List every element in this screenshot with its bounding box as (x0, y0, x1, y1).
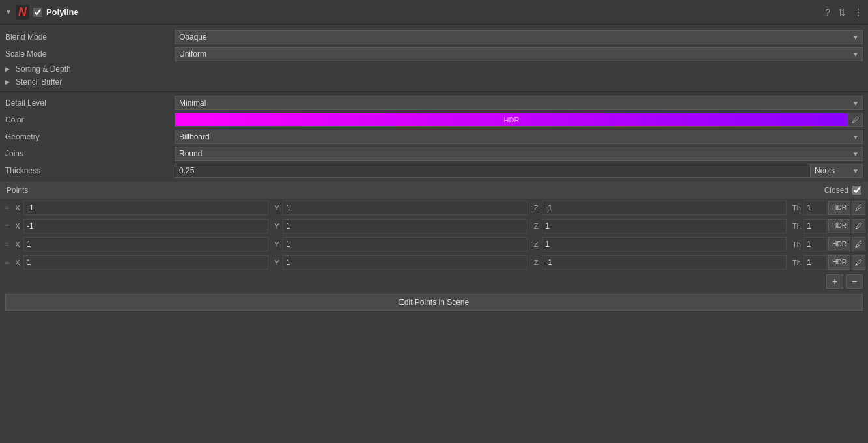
geometry-label: Geometry (5, 132, 175, 141)
z-label-0: Z (531, 204, 540, 212)
color-hdr-label: HDR (504, 116, 520, 124)
add-point-button[interactable]: + (826, 274, 843, 289)
y-label-3: Y (272, 259, 281, 266)
sorting-depth-section[interactable]: ▶ Sorting & Depth (0, 63, 868, 76)
joins-select[interactable]: Round Miter Bevel (175, 147, 863, 161)
points-closed-checkbox[interactable] (852, 186, 861, 195)
point-x-input-0[interactable] (23, 201, 268, 215)
hdr-button-0[interactable]: HDR (828, 201, 850, 215)
points-closed-label: Closed (824, 186, 848, 195)
layout-icon[interactable]: ⇅ (838, 7, 846, 18)
point-eyedropper-button-2[interactable]: 🖊 (852, 237, 865, 251)
geometry-select[interactable]: Billboard Mesh Sprite (175, 130, 863, 144)
point-y-input-2[interactable] (283, 237, 527, 251)
color-value: HDR 🖊 (175, 113, 863, 127)
expand-chevron-icon[interactable]: ▼ (5, 8, 12, 16)
thickness-value: Noots Pixels World ▼ (175, 164, 863, 178)
content-area: Blend Mode Opaque Transparent Additive ▼… (0, 25, 868, 443)
hdr-button-3[interactable]: HDR (828, 255, 850, 270)
drag-handle-icon: ≡ (3, 240, 12, 248)
sorting-depth-arrow-icon: ▶ (5, 66, 13, 72)
blend-mode-dropdown-wrapper: Opaque Transparent Additive ▼ (175, 30, 863, 44)
color-bar[interactable]: HDR (175, 113, 848, 127)
th-label-3: Th (791, 259, 802, 266)
point-rows-container: ≡ X Y Z Th HDR 🖊 ≡ X Y Z Th HDR 🖊 ≡ X (0, 199, 868, 272)
edit-points-button[interactable]: Edit Points in Scene (5, 294, 863, 311)
point-z-input-3[interactable] (542, 255, 787, 270)
detail-level-row: Detail Level Minimal Low Medium High ▼ (0, 94, 868, 111)
scale-mode-value: Uniform Non-Uniform ▼ (175, 47, 863, 61)
point-th-input-1[interactable] (804, 219, 827, 233)
drag-handle-icon: ≡ (3, 259, 12, 266)
scale-mode-select[interactable]: Uniform Non-Uniform (175, 47, 863, 61)
eyedropper-icon: 🖊 (852, 116, 859, 124)
point-eyedropper-button-3[interactable]: 🖊 (852, 255, 865, 270)
logo-icon: N (16, 5, 29, 20)
drag-handle-icon: ≡ (3, 222, 12, 229)
remove-point-button[interactable]: − (846, 274, 863, 289)
hdr-button-2[interactable]: HDR (828, 237, 850, 251)
scale-mode-dropdown-wrapper: Uniform Non-Uniform ▼ (175, 47, 863, 61)
thickness-unit-wrapper: Noots Pixels World ▼ (811, 164, 863, 178)
color-eyedropper-button[interactable]: 🖊 (848, 113, 863, 127)
detail-level-value: Minimal Low Medium High ▼ (175, 96, 863, 110)
point-y-input-0[interactable] (283, 201, 527, 215)
header-icons: ? ⇅ ⋮ (825, 7, 863, 18)
point-y-input-1[interactable] (283, 219, 527, 233)
component-title: Polyline (46, 7, 821, 17)
drag-handle-icon: ≡ (3, 204, 12, 211)
point-row: ≡ X Y Z Th HDR 🖊 (0, 235, 868, 253)
x-label-1: X (13, 222, 22, 230)
thickness-label: Thickness (5, 166, 175, 175)
point-eyedropper-button-1[interactable]: 🖊 (852, 219, 865, 233)
point-th-input-0[interactable] (804, 201, 827, 215)
menu-icon[interactable]: ⋮ (854, 7, 863, 18)
th-label-1: Th (791, 222, 802, 230)
points-section-header: Points Closed (0, 182, 868, 199)
stencil-buffer-arrow-icon: ▶ (5, 79, 13, 85)
x-label-3: X (13, 259, 22, 266)
point-row: ≡ X Y Z Th HDR 🖊 (0, 199, 868, 217)
thickness-unit-select[interactable]: Noots Pixels World (811, 164, 863, 178)
blend-mode-value: Opaque Transparent Additive ▼ (175, 30, 863, 44)
enabled-checkbox[interactable] (33, 8, 42, 17)
point-th-input-2[interactable] (804, 237, 827, 251)
joins-row: Joins Round Miter Bevel ▼ (0, 145, 868, 162)
point-x-input-1[interactable] (23, 219, 268, 233)
point-z-input-1[interactable] (542, 219, 787, 233)
geometry-dropdown-wrapper: Billboard Mesh Sprite ▼ (175, 130, 863, 144)
hdr-button-1[interactable]: HDR (828, 219, 850, 233)
help-icon[interactable]: ? (825, 7, 830, 18)
y-label-2: Y (272, 240, 281, 248)
x-label-0: X (13, 204, 22, 212)
detail-level-label: Detail Level (5, 98, 175, 107)
detail-level-select[interactable]: Minimal Low Medium High (175, 96, 863, 110)
thickness-row: Thickness Noots Pixels World ▼ (0, 162, 868, 179)
blend-mode-select[interactable]: Opaque Transparent Additive (175, 30, 863, 44)
x-label-2: X (13, 240, 22, 248)
stencil-buffer-section[interactable]: ▶ Stencil Buffer (0, 76, 868, 89)
thickness-input[interactable] (175, 164, 811, 178)
z-label-2: Z (531, 240, 540, 248)
joins-dropdown-wrapper: Round Miter Bevel ▼ (175, 147, 863, 161)
th-label-0: Th (791, 204, 802, 212)
sorting-depth-title: Sorting & Depth (16, 64, 71, 74)
geometry-row: Geometry Billboard Mesh Sprite ▼ (0, 128, 868, 145)
point-z-input-0[interactable] (542, 201, 787, 215)
point-z-input-2[interactable] (542, 237, 787, 251)
geometry-value: Billboard Mesh Sprite ▼ (175, 130, 863, 144)
point-th-input-3[interactable] (804, 255, 827, 270)
scale-mode-row: Scale Mode Uniform Non-Uniform ▼ (0, 46, 868, 63)
th-label-2: Th (791, 240, 802, 248)
point-y-input-3[interactable] (283, 255, 527, 270)
y-label-1: Y (272, 222, 281, 230)
color-label: Color (5, 115, 175, 124)
points-title: Points (7, 186, 824, 195)
joins-value: Round Miter Bevel ▼ (175, 147, 863, 161)
scale-mode-label: Scale Mode (5, 50, 175, 59)
point-row: ≡ X Y Z Th HDR 🖊 (0, 217, 868, 235)
point-row: ≡ X Y Z Th HDR 🖊 (0, 253, 868, 272)
point-x-input-2[interactable] (23, 237, 268, 251)
point-x-input-3[interactable] (23, 255, 268, 270)
point-eyedropper-button-0[interactable]: 🖊 (852, 201, 865, 215)
